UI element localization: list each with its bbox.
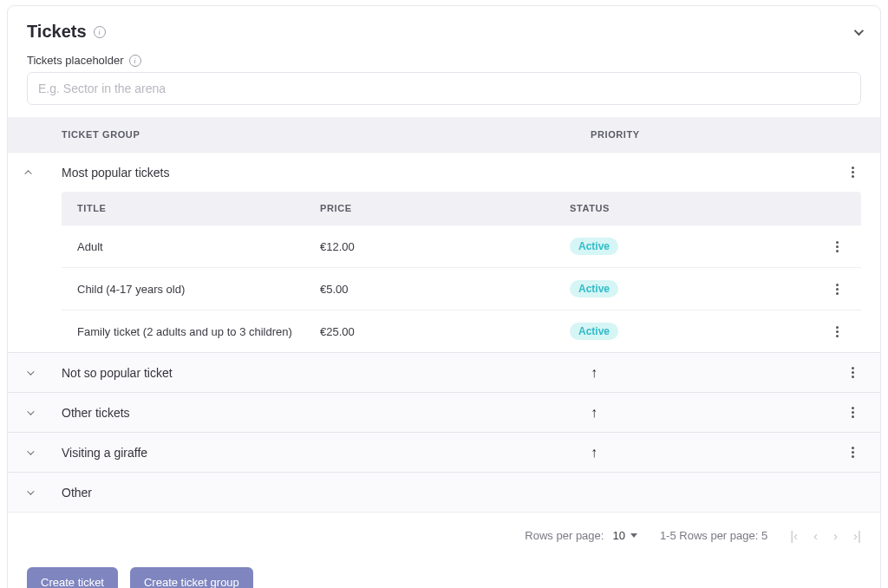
ticket-subtable: TITLEPRICESTATUSAdult€12.00ActiveChild (… [8,192,880,352]
priority-cell: ↑ [591,366,826,380]
row-menu-icon[interactable] [828,323,846,340]
group-table-header: TICKET GROUP PRIORITY [8,117,880,152]
tickets-card: Tickets i Tickets placeholder i TICKET G… [7,5,881,588]
row-menu-icon[interactable] [844,404,861,421]
group-row: Most popular tickets [8,152,880,192]
column-header-price: PRICE [320,203,570,213]
status-badge: Active [570,323,618,340]
priority-up-icon[interactable]: ↑ [591,366,597,380]
ticket-title: Family ticket (2 adults and up to 3 chil… [77,325,320,338]
title-row: Tickets i [27,22,106,42]
chevron-down-icon [27,408,34,415]
group-name: Other [62,486,591,500]
first-page-icon[interactable]: |‹ [790,528,798,543]
column-header-group: TICKET GROUP [27,129,591,140]
expand-toggle[interactable] [27,450,62,455]
status-badge: Active [570,238,618,255]
ticket-row: Adult€12.00Active [62,225,861,267]
chevron-down-icon [27,487,34,494]
expand-toggle[interactable] [27,170,62,175]
priority-cell: ↑ [591,446,826,460]
row-menu-icon[interactable] [828,238,846,255]
rows-per-page-select[interactable]: 10 [612,529,637,542]
ticket-title: Child (4-17 years old) [77,283,320,296]
priority-up-icon[interactable]: ↑ [591,406,597,420]
ticket-row: Family ticket (2 adults and up to 3 chil… [62,310,861,352]
prev-page-icon[interactable]: ‹ [813,528,818,543]
actions-row: Create ticket Create ticket group [8,559,880,588]
priority-cell: ↑ [591,406,826,420]
group-name: Not so popular ticket [62,366,591,380]
chevron-down-icon [27,368,34,375]
ticket-subtable-header: TITLEPRICESTATUS [62,192,861,225]
page-title: Tickets [27,22,87,42]
dropdown-icon [630,533,637,538]
rows-per-page: Rows per page: 10 [525,529,637,542]
menu-cell [826,404,861,421]
column-header-status: STATUS [570,203,811,213]
placeholder-label: Tickets placeholder [27,54,124,67]
placeholder-input[interactable] [27,72,861,105]
group-name: Visiting a giraffe [62,446,591,460]
pagination-footer: Rows per page: 10 1-5 Rows per page: 5 |… [8,512,880,559]
card-header: Tickets i [8,6,880,50]
group-name: Other tickets [62,406,591,420]
group-row: Visiting a giraffe↑ [8,432,880,472]
placeholder-field-block: Tickets placeholder i [8,50,880,117]
ticket-title: Adult [77,240,320,253]
pagination-range: 1-5 Rows per page: 5 [660,529,767,542]
ticket-status-cell: Active [570,280,811,297]
group-name: Most popular tickets [62,166,591,180]
row-menu-icon[interactable] [844,164,861,181]
ticket-status-cell: Active [570,238,811,255]
groups-container: Most popular ticketsTITLEPRICESTATUSAdul… [8,152,880,512]
ticket-status-cell: Active [570,323,811,340]
next-page-icon[interactable]: › [833,528,838,543]
group-row: Not so popular ticket↑ [8,352,880,392]
placeholder-label-row: Tickets placeholder i [27,54,861,67]
status-badge: Active [570,280,618,297]
rows-per-page-label: Rows per page: [525,529,604,542]
column-header-title: TITLE [77,203,320,213]
row-menu-icon[interactable] [844,444,861,461]
info-icon[interactable]: i [94,26,106,38]
menu-cell [826,164,861,181]
ticket-price: €12.00 [320,240,570,253]
ticket-price: €5.00 [320,283,570,296]
expand-toggle[interactable] [27,370,62,376]
row-menu-icon[interactable] [844,364,861,382]
expand-toggle[interactable] [27,490,62,495]
create-ticket-button[interactable]: Create ticket [27,567,118,588]
chevron-down-icon [27,448,34,454]
chevron-up-icon [24,170,31,177]
expand-toggle[interactable] [27,410,62,415]
menu-cell [826,444,861,461]
menu-cell [826,364,861,382]
pagination-controls: |‹ ‹ › ›| [790,528,861,543]
last-page-icon[interactable]: ›| [853,528,861,543]
rows-per-page-value: 10 [612,529,624,542]
info-icon[interactable]: i [129,55,141,67]
row-menu-icon[interactable] [828,280,846,297]
priority-up-icon[interactable]: ↑ [591,446,597,460]
ticket-row: Child (4-17 years old)€5.00Active [62,267,861,310]
ticket-price: €25.00 [320,325,570,338]
group-row: Other [8,472,880,512]
collapse-card-chevron-icon[interactable] [854,25,864,35]
column-header-priority: PRIORITY [591,129,861,140]
group-row: Other tickets↑ [8,392,880,432]
create-ticket-group-button[interactable]: Create ticket group [130,567,253,588]
